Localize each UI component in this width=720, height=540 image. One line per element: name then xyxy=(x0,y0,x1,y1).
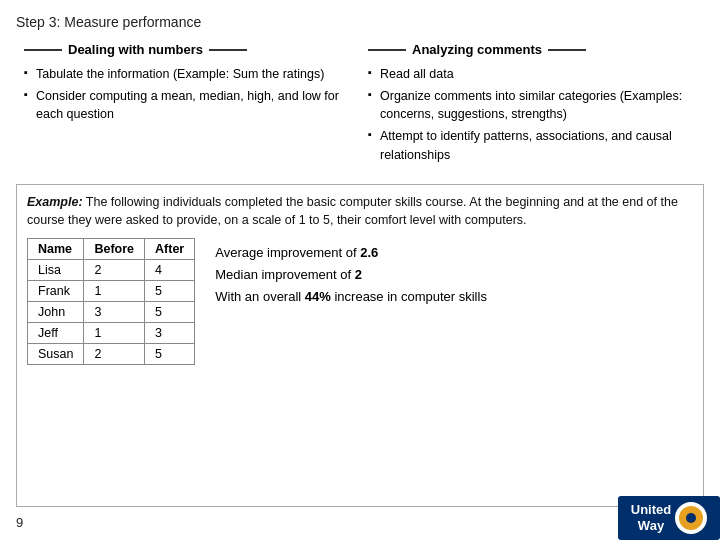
col-header-after: After xyxy=(145,239,195,260)
table-cell: 1 xyxy=(84,323,145,344)
list-item: Organize comments into similar categorie… xyxy=(368,87,696,123)
right-column-bullets: Read all data Organize comments into sim… xyxy=(368,65,696,164)
right-column: Analyzing comments Read all data Organiz… xyxy=(360,42,704,176)
list-item: Attempt to identify patterns, associatio… xyxy=(368,127,696,163)
example-intro-text: The following individuals completed the … xyxy=(27,195,678,228)
united-way-badge: United Way xyxy=(618,496,720,540)
table-row: Jeff13 xyxy=(28,323,195,344)
right-header-line-right xyxy=(548,49,586,51)
page-footer: 9 xyxy=(16,511,704,530)
right-header-line-left xyxy=(368,49,406,51)
table-cell: 5 xyxy=(145,344,195,365)
united-way-logo xyxy=(675,502,707,534)
list-item: Read all data xyxy=(368,65,696,83)
col-header-name: Name xyxy=(28,239,84,260)
table-row: Susan25 xyxy=(28,344,195,365)
page-container: Step 3: Measure performance Dealing with… xyxy=(0,0,720,540)
right-column-header: Analyzing comments xyxy=(368,42,696,57)
example-bold-label: Example: xyxy=(27,195,83,209)
table-row: Lisa24 xyxy=(28,260,195,281)
stat-overall: With an overall 44% increase in computer… xyxy=(215,286,487,308)
data-table: Name Before After Lisa24Frank15John35Jef… xyxy=(27,238,195,365)
table-cell: 2 xyxy=(84,260,145,281)
list-item: Consider computing a mean, median, high,… xyxy=(24,87,352,123)
united-way-text: United Way xyxy=(631,502,671,533)
stat-average: Average improvement of 2.6 xyxy=(215,242,487,264)
left-column-header: Dealing with numbers xyxy=(24,42,352,57)
example-intro: Example: The following individuals compl… xyxy=(27,193,693,231)
table-header-row: Name Before After xyxy=(28,239,195,260)
example-content: Name Before After Lisa24Frank15John35Jef… xyxy=(27,238,693,365)
table-cell: 5 xyxy=(145,302,195,323)
left-column-title: Dealing with numbers xyxy=(68,42,203,57)
col-header-before: Before xyxy=(84,239,145,260)
table-cell: 2 xyxy=(84,344,145,365)
left-column: Dealing with numbers Tabulate the inform… xyxy=(16,42,360,176)
table-cell: 3 xyxy=(145,323,195,344)
table-cell: Lisa xyxy=(28,260,84,281)
table-cell: 5 xyxy=(145,281,195,302)
table-cell: 3 xyxy=(84,302,145,323)
table-cell: 1 xyxy=(84,281,145,302)
table-cell: Frank xyxy=(28,281,84,302)
stats-block: Average improvement of 2.6 Median improv… xyxy=(215,238,487,308)
stat-median: Median improvement of 2 xyxy=(215,264,487,286)
table-cell: Jeff xyxy=(28,323,84,344)
left-header-line-right xyxy=(209,49,247,51)
table-row: John35 xyxy=(28,302,195,323)
list-item: Tabulate the information (Example: Sum t… xyxy=(24,65,352,83)
page-title: Step 3: Measure performance xyxy=(16,14,704,30)
table-cell: Susan xyxy=(28,344,84,365)
right-column-title: Analyzing comments xyxy=(412,42,542,57)
example-box: Example: The following individuals compl… xyxy=(16,184,704,507)
table-cell: 4 xyxy=(145,260,195,281)
table-cell: John xyxy=(28,302,84,323)
two-column-section: Dealing with numbers Tabulate the inform… xyxy=(16,42,704,176)
table-row: Frank15 xyxy=(28,281,195,302)
page-number: 9 xyxy=(16,515,23,530)
left-column-bullets: Tabulate the information (Example: Sum t… xyxy=(24,65,352,123)
left-header-line-left xyxy=(24,49,62,51)
